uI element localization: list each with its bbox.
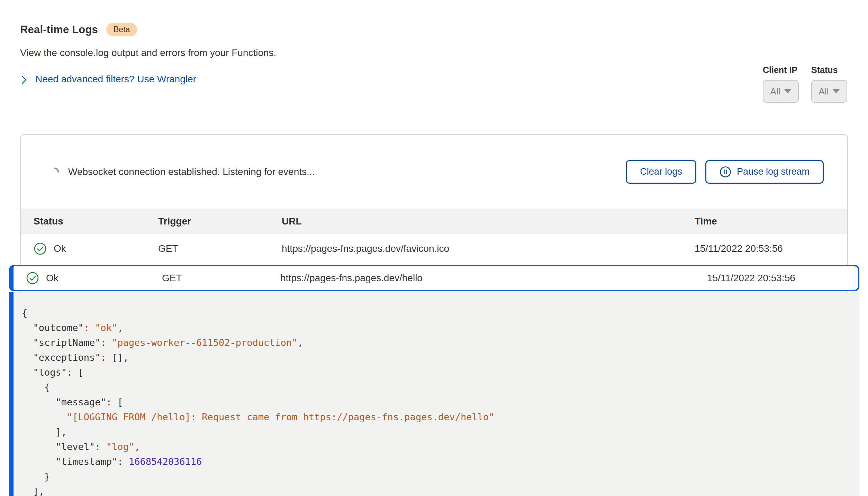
page-description: View the console.log output and errors f… <box>20 47 848 58</box>
json-log-output: { "outcome": "ok", "scriptName": "pages-… <box>22 305 849 496</box>
log-row-favicon[interactable]: Ok GET https://pages-fns.pages.dev/favic… <box>21 234 847 263</box>
status-label: Status <box>811 65 847 75</box>
log-row-hello-selected[interactable]: Ok GET https://pages-fns.pages.dev/hello… <box>9 265 859 291</box>
chevron-right-icon <box>20 74 28 84</box>
status-cell: Ok <box>26 272 162 285</box>
status-text: Ok <box>46 273 58 284</box>
trigger-cell: GET <box>162 273 280 284</box>
column-header-trigger: Trigger <box>158 216 282 227</box>
column-header-time: Time <box>695 216 847 227</box>
check-circle-icon <box>34 242 47 255</box>
filters: Client IP All Status All <box>763 65 847 103</box>
time-cell: 15/11/2022 20:53:56 <box>707 273 858 284</box>
expanded-log-entry: Ok GET https://pages-fns.pages.dev/hello… <box>9 265 859 496</box>
client-ip-value: All <box>770 86 780 97</box>
caret-down-icon <box>784 89 791 93</box>
spinner-icon <box>50 167 59 176</box>
client-ip-label: Client IP <box>763 65 799 75</box>
title-row: Real-time Logs Beta <box>20 23 848 36</box>
url-cell: https://pages-fns.pages.dev/hello <box>280 273 707 284</box>
log-table-header: Status Trigger URL Time <box>21 209 847 234</box>
wrangler-link[interactable]: Need advanced filters? Use Wrangler <box>35 74 196 85</box>
trigger-cell: GET <box>158 243 282 254</box>
websocket-status: Websocket connection established. Listen… <box>50 166 315 177</box>
websocket-status-text: Websocket connection established. Listen… <box>68 166 315 177</box>
caret-down-icon <box>833 89 840 93</box>
url-cell: https://pages-fns.pages.dev/favicon.ico <box>282 243 695 254</box>
pause-icon <box>720 166 731 178</box>
filter-status: Status All <box>811 65 847 103</box>
time-cell: 15/11/2022 20:53:56 <box>695 243 847 254</box>
status-cell: Ok <box>34 242 158 255</box>
clear-logs-button[interactable]: Clear logs <box>626 160 696 184</box>
pause-label: Pause log stream <box>737 166 810 177</box>
log-json-body: { "outcome": "ok", "scriptName": "pages-… <box>9 292 859 496</box>
page-header: Real-time Logs Beta View the console.log… <box>0 0 868 85</box>
status-text: Ok <box>54 243 66 254</box>
check-circle-icon <box>26 272 39 285</box>
clear-logs-label: Clear logs <box>640 166 682 177</box>
beta-badge: Beta <box>106 23 137 36</box>
client-ip-select[interactable]: All <box>763 80 799 103</box>
wrangler-link-row[interactable]: Need advanced filters? Use Wrangler <box>20 74 848 85</box>
column-header-url: URL <box>282 216 695 227</box>
page-title: Real-time Logs <box>20 24 98 36</box>
column-header-status: Status <box>34 216 158 227</box>
pause-log-stream-button[interactable]: Pause log stream <box>705 160 824 184</box>
card-toolbar: Websocket connection established. Listen… <box>21 135 847 209</box>
toolbar-buttons: Clear logs Pause log stream <box>626 160 824 184</box>
status-select[interactable]: All <box>811 80 847 103</box>
status-value: All <box>819 86 829 97</box>
filter-client-ip: Client IP All <box>763 65 799 103</box>
